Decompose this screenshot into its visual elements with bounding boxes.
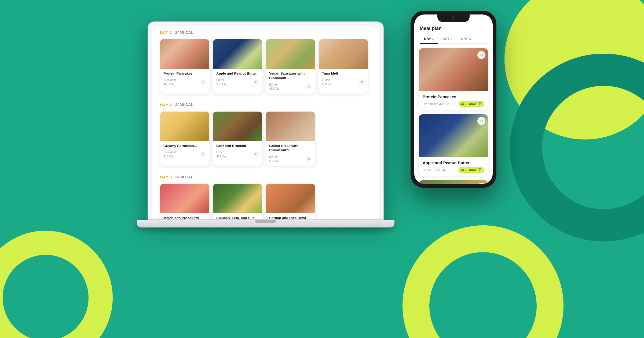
- phone-meal-body: Protein Pancakes Breakfast • 485 Cal ATE…: [419, 91, 488, 110]
- meal-card-apple-pb[interactable]: Apple and Peanut Butter Snack 205 Cal ↻: [213, 39, 262, 94]
- meal-meta: Lunch 500 Cal ↻: [322, 78, 365, 86]
- meal-title: Protein Pancakes: [163, 71, 206, 76]
- tab-day2[interactable]: DAY 2: [438, 35, 457, 43]
- day1-label: DAY 1: [160, 30, 172, 35]
- tab-day3[interactable]: DAY 3: [457, 35, 475, 43]
- day3-header: DAY 3 2400 CAL: [160, 175, 371, 179]
- meal-image-apple-pb: [213, 39, 262, 69]
- meal-card-body: Shrimp and Rice Bowl Dinner 510 Cal ↻: [266, 213, 315, 219]
- meal-card-beef-broccoli[interactable]: Beef and Broccoli Lunch 475 Cal ↻: [213, 111, 262, 166]
- meal-card-spinach-feta[interactable]: Spinach, Feta, and Sun-Dried... Lunch 42…: [213, 183, 262, 219]
- phone-title: Meal plan: [420, 26, 487, 31]
- phone: Meal plan DAY 1 DAY 2 DAY 3 ↻: [411, 11, 496, 188]
- meal-sub: Breakfast 510 Cal: [163, 150, 176, 159]
- meal-card-body: Creamy Parmesan... Breakfast 510 Cal ↻: [160, 141, 209, 161]
- meal-card-protein-pancakes[interactable]: Protein Pancakes Breakfast 485 Cal ↻: [160, 39, 210, 94]
- ate-today-badge[interactable]: ATE TODAY 📅: [458, 101, 484, 107]
- meal-title: Grilled Steak with Chimichurri...: [269, 144, 312, 153]
- meal-image-shrimp: [266, 184, 315, 213]
- refresh-icon[interactable]: ↻: [359, 79, 365, 85]
- laptop-screen: DAY 1 2400 CAL Protein Pancakes: [152, 26, 379, 219]
- day3-section: DAY 3 2400 CAL Melon and Prosciutto: [160, 175, 371, 219]
- refresh-icon[interactable]: ↻: [306, 84, 312, 90]
- refresh-icon[interactable]: ↻: [253, 152, 259, 157]
- meal-meta: Breakfast 510 Cal ↻: [163, 150, 206, 159]
- meal-title: Melon and Prosciutto: [163, 216, 206, 219]
- meal-card-grilled-steak[interactable]: Grilled Steak with Chimichurri... Dinner…: [266, 111, 315, 166]
- meal-meta: Breakfast 485 Cal ↻: [163, 78, 206, 86]
- main-container: DAY 1 2400 CAL Protein Pancakes: [0, 0, 644, 338]
- day3-calories: 2400 CAL: [175, 175, 193, 179]
- meal-card-body: Apple and Peanut Butter Snack 205 Cal ↻: [213, 69, 262, 89]
- meal-meta: Dinner 500 Cal ↻: [269, 155, 312, 163]
- meal-sub: Snack 205 Cal: [216, 78, 226, 86]
- phone-meal-title: Apple and Peanut Butter: [423, 160, 484, 165]
- phone-meal-meta: Snack • 205 Cal ATE TODAY 📅: [423, 167, 484, 173]
- phone-tabs: DAY 1 DAY 2 DAY 3: [420, 35, 487, 44]
- laptop-wrapper: DAY 1 2400 CAL Protein Pancakes: [148, 21, 394, 227]
- meal-sub: Lunch 500 Cal: [322, 78, 332, 86]
- meal-title: Apple and Peanut Butter: [216, 71, 259, 76]
- meal-plan-content: DAY 1 2400 CAL Protein Pancakes: [152, 26, 379, 219]
- day1-meals-row: Protein Pancakes Breakfast 485 Cal ↻: [160, 39, 371, 94]
- day3-meals-row: Melon and Prosciutto Breakfast 280 Cal ↻: [160, 183, 371, 219]
- laptop: DAY 1 2400 CAL Protein Pancakes: [148, 21, 384, 220]
- phone-refresh-btn[interactable]: ↻: [477, 51, 485, 59]
- meal-image-melon: [160, 184, 209, 213]
- day3-label: DAY 3: [160, 175, 172, 179]
- meal-card-body: Grilled Steak with Chimichurri... Dinner…: [266, 141, 315, 166]
- meal-image-vegan: [266, 39, 315, 69]
- refresh-icon[interactable]: ↻: [306, 156, 312, 162]
- phone-meal-sub: Breakfast • 485 Cal: [423, 102, 450, 106]
- phone-wrapper: Meal plan DAY 1 DAY 2 DAY 3 ↻: [411, 11, 496, 188]
- meal-image-spinach: [213, 184, 262, 213]
- meal-card-tuna-melt[interactable]: Tuna Melt Lunch 500 Cal ↻: [319, 39, 368, 94]
- refresh-icon[interactable]: ↻: [253, 79, 259, 85]
- meal-meta: Dinner 485 Cal ↻: [269, 83, 312, 91]
- meal-title: Vegan Sausages with Cinnamon...: [269, 71, 312, 80]
- meal-image-beef-broccoli: [213, 112, 262, 141]
- phone-refresh-btn[interactable]: ↻: [477, 117, 485, 125]
- phone-meal-sub: Snack • 205 Cal: [423, 168, 446, 172]
- meal-card-body: Beef and Broccoli Lunch 475 Cal ↻: [213, 141, 262, 161]
- meal-image-creamy-parmesan: [160, 112, 209, 141]
- meal-card-body: Protein Pancakes Breakfast 485 Cal ↻: [160, 69, 209, 89]
- ate-today-badge[interactable]: ATE TODAY 📅: [458, 167, 484, 173]
- laptop-base: [137, 220, 394, 227]
- phone-img-wrapper: ↻: [419, 180, 488, 184]
- day2-label: DAY 2: [160, 102, 172, 107]
- meal-card-shrimp-rice[interactable]: Shrimp and Rice Bowl Dinner 510 Cal ↻: [266, 183, 315, 219]
- meal-title: Beef and Broccoli: [216, 144, 259, 148]
- phone-meal-body: Apple and Peanut Butter Snack • 205 Cal …: [419, 157, 488, 176]
- phone-img-wrapper: ↻: [419, 48, 488, 91]
- meal-card-body: Vegan Sausages with Cinnamon... Dinner 4…: [266, 69, 315, 94]
- day1-calories: 2400 CAL: [175, 30, 193, 35]
- meal-card-vegan-sausages[interactable]: Vegan Sausages with Cinnamon... Dinner 4…: [266, 39, 315, 94]
- meal-card-body: Melon and Prosciutto Breakfast 280 Cal ↻: [160, 213, 209, 219]
- meal-card-melon-prosciutto[interactable]: Melon and Prosciutto Breakfast 280 Cal ↻: [160, 183, 210, 219]
- refresh-icon[interactable]: ↻: [200, 152, 206, 157]
- day2-section: DAY 2 2400 CAL Creamy Parmesan...: [160, 102, 371, 166]
- phone-header: Meal plan DAY 1 DAY 2 DAY 3: [414, 26, 493, 44]
- meal-image-grilled-steak: [266, 112, 315, 141]
- phone-img-wrapper: ↻: [419, 114, 488, 157]
- meal-title: Creamy Parmesan...: [163, 144, 206, 148]
- phone-meal-card-apple-pb[interactable]: ↻ Apple and Peanut Butter Snack • 205 Ca…: [419, 114, 488, 176]
- phone-camera: [452, 16, 455, 19]
- meal-sub: Lunch 475 Cal: [216, 150, 226, 159]
- meal-title: Spinach, Feta, and Sun-Dried...: [216, 216, 259, 219]
- tab-day1[interactable]: DAY 1: [420, 35, 438, 43]
- meal-meta: Snack 205 Cal ↻: [216, 78, 259, 86]
- meal-meta: Lunch 475 Cal ↻: [216, 150, 259, 159]
- phone-meal-card-vegan[interactable]: ↻: [419, 180, 488, 184]
- meal-sub: Dinner 500 Cal: [269, 155, 279, 163]
- meal-card-creamy-parmesan[interactable]: Creamy Parmesan... Breakfast 510 Cal ↻: [160, 111, 210, 166]
- phone-meal-title: Protein Pancakes: [423, 94, 484, 99]
- phone-meal-card-pancakes[interactable]: ↻ Protein Pancakes Breakfast • 485 Cal: [419, 48, 488, 110]
- day2-meals-row: Creamy Parmesan... Breakfast 510 Cal ↻: [160, 111, 371, 166]
- laptop-notch: [255, 220, 276, 223]
- phone-screen: Meal plan DAY 1 DAY 2 DAY 3 ↻: [414, 14, 493, 184]
- phone-meals: ↻ Protein Pancakes Breakfast • 485 Cal: [414, 44, 493, 184]
- meal-title: Tuna Melt: [322, 71, 365, 76]
- refresh-icon[interactable]: ↻: [200, 79, 206, 85]
